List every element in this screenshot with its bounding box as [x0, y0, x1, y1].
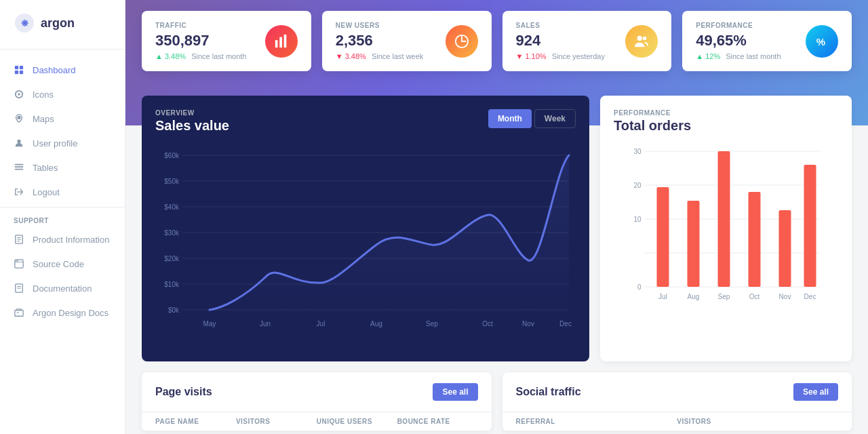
sidebar-item-user-profile[interactable]: User profile [0, 131, 125, 155]
logo-text: argon [41, 16, 75, 31]
sidebar: ❋ argon Dashboard Icons Maps User profil… [0, 0, 125, 434]
social-traffic-header: Social traffic See all [502, 372, 852, 412]
svg-point-20 [16, 260, 17, 262]
svg-text:30: 30 [633, 148, 642, 155]
line-chart-area: $60k $50k $40k $30k $20k $10k $0k May Ju… [155, 142, 576, 332]
svg-point-31 [637, 35, 642, 40]
sales-chart-title-area: OVERVIEW Sales value [155, 109, 229, 134]
stat-since-traffic: Since last month [191, 52, 246, 60]
stat-value-performance: 49,65% [696, 32, 806, 50]
stat-card-new-users: NEW USERS 2,356 ▼ 3.48% Since last week [322, 11, 492, 71]
social-traffic-columns: REFERRAL VISITORS [502, 412, 852, 431]
svg-text:Aug: Aug [370, 320, 382, 328]
support-label-argon-docs: Argon Design Docs [33, 308, 108, 318]
page-visits-table: Page visits See all PAGE NAME VISITORS U… [142, 372, 492, 431]
nav-label-icons: Icons [33, 90, 54, 100]
orders-chart-card: PERFORMANCE Total orders 30 20 10 0 [600, 96, 852, 361]
sidebar-item-tables[interactable]: Tables [0, 155, 125, 180]
stat-arrow-new-users: ▼ 3.48% [336, 52, 366, 60]
nav-label-maps: Maps [33, 114, 54, 124]
col-bounce-rate: BOUNCE RATE [397, 418, 478, 425]
svg-rect-5 [20, 71, 23, 74]
nav-icon-tables [14, 162, 24, 173]
sales-chart-header: OVERVIEW Sales value Month Week [155, 109, 576, 134]
support-section-label: SUPPORT [0, 210, 125, 227]
nav-icon-maps [14, 113, 24, 124]
sidebar-item-icons[interactable]: Icons [0, 82, 125, 106]
charts-row: OVERVIEW Sales value Month Week [142, 96, 852, 361]
stat-icon-new-users [446, 25, 478, 58]
argon-logo-icon: ❋ [14, 12, 35, 34]
svg-text:Aug: Aug [688, 293, 700, 300]
orders-chart-title: Total orders [614, 118, 838, 134]
sidebar-item-logout[interactable]: Logout [0, 180, 125, 204]
svg-text:$40k: $40k [164, 203, 180, 211]
sidebar-item-dashboard[interactable]: Dashboard [0, 58, 125, 82]
stat-change-performance: ▲ 12% Since last month [696, 52, 806, 60]
svg-rect-67 [718, 151, 730, 287]
svg-rect-70 [804, 165, 816, 287]
svg-rect-27 [275, 40, 278, 47]
orders-bar-chart-svg: 30 20 10 0 [614, 144, 838, 348]
social-traffic-see-all-button[interactable]: See all [793, 383, 838, 401]
stat-change-new-users: ▼ 3.48% Since last week [336, 52, 446, 60]
tables-row: Page visits See all PAGE NAME VISITORS U… [142, 372, 852, 431]
main-content: TRAFFIC 350,897 ▲ 3.48% Since last month… [125, 0, 868, 434]
svg-point-7 [18, 93, 20, 96]
stat-icon-traffic [265, 25, 298, 58]
svg-rect-66 [688, 201, 700, 287]
svg-rect-12 [15, 169, 23, 170]
stats-row: TRAFFIC 350,897 ▲ 3.48% Since last month… [142, 11, 852, 71]
sidebar-divider-mid [0, 207, 125, 208]
svg-text:Sep: Sep [426, 320, 438, 328]
stat-since-performance: Since last month [726, 52, 781, 60]
col-unique-users: UNIQUE USERS [317, 418, 397, 425]
stat-icon-performance: % [806, 25, 838, 58]
stat-info-performance: PERFORMANCE 49,65% ▲ 12% Since last mont… [696, 22, 806, 60]
svg-text:$50k: $50k [164, 178, 180, 185]
svg-text:$0k: $0k [168, 307, 180, 314]
social-traffic-table: Social traffic See all REFERRAL VISITORS [502, 372, 852, 431]
svg-text:$10k: $10k [164, 281, 180, 288]
svg-rect-28 [279, 37, 282, 47]
chart-toggle-group: Month Week [488, 109, 576, 128]
sidebar-item-maps[interactable]: Maps [0, 106, 125, 131]
content-area: OVERVIEW Sales value Month Week [125, 96, 868, 434]
support-label-source-code: Source Code [33, 259, 84, 269]
sales-chart-card: OVERVIEW Sales value Month Week [142, 96, 589, 361]
svg-text:Dec: Dec [804, 293, 816, 300]
svg-point-9 [17, 140, 20, 143]
svg-text:Jul: Jul [317, 320, 326, 328]
svg-text:May: May [203, 320, 216, 328]
sidebar-item-product-info[interactable]: Product Information [0, 227, 125, 252]
stat-label-performance: PERFORMANCE [696, 22, 806, 29]
sidebar-item-source-code[interactable]: Source Code [0, 252, 125, 276]
support-label-product-info: Product Information [33, 235, 109, 245]
stat-info-new-users: NEW USERS 2,356 ▼ 3.48% Since last week [336, 22, 446, 60]
sidebar-nav: Dashboard Icons Maps User profile Tables… [0, 52, 125, 434]
stat-value-sales: 924 [516, 32, 626, 50]
stat-since-new-users: Since last week [372, 52, 423, 60]
svg-rect-65 [657, 187, 669, 287]
month-toggle-button[interactable]: Month [488, 109, 532, 128]
stat-change-traffic: ▲ 3.48% Since last month [155, 52, 265, 60]
col-visitors: VISITORS [236, 418, 317, 425]
sidebar-item-documentation[interactable]: Documentation [0, 276, 125, 300]
nav-icon-user-profile [14, 138, 24, 149]
page-visits-see-all-button[interactable]: See all [433, 383, 477, 401]
svg-rect-25 [15, 311, 23, 317]
stat-info-traffic: TRAFFIC 350,897 ▲ 3.48% Since last month [155, 22, 265, 60]
sidebar-item-argon-docs[interactable]: Argon Design Docs [0, 300, 125, 325]
support-icon-argon-docs [14, 307, 24, 318]
stat-arrow-performance: ▲ 12% [696, 52, 720, 60]
orders-chart-label: PERFORMANCE [614, 109, 838, 117]
week-toggle-button[interactable]: Week [534, 109, 576, 128]
stat-label-sales: SALES [516, 22, 626, 29]
svg-text:$30k: $30k [164, 229, 180, 237]
col-page-name: PAGE NAME [155, 418, 236, 425]
support-icon-source-code [14, 258, 24, 269]
svg-point-32 [643, 36, 647, 40]
svg-text:Sep: Sep [718, 293, 730, 300]
svg-text:Jun: Jun [260, 320, 271, 328]
nav-label-dashboard: Dashboard [33, 65, 76, 75]
